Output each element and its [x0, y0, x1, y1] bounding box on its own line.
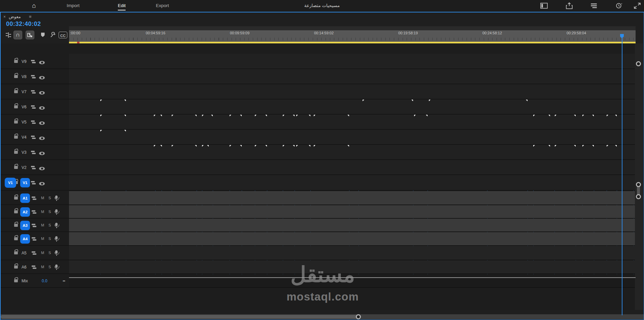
tab-import[interactable]: Import — [67, 0, 79, 11]
solo-button[interactable]: S — [48, 196, 51, 200]
sync-lock-icon[interactable] — [31, 135, 36, 139]
solo-button[interactable]: S — [48, 237, 51, 241]
sync-lock-icon[interactable] — [31, 90, 36, 94]
track-lane-v9[interactable] — [69, 54, 636, 69]
share-icon[interactable] — [566, 2, 573, 9]
mix-volume-band[interactable] — [69, 277, 636, 278]
track-lane-v5[interactable] — [69, 114, 636, 130]
mute-button[interactable]: M — [41, 196, 44, 200]
track-name-label[interactable]: V8 — [22, 74, 27, 79]
eye-icon[interactable] — [39, 181, 45, 185]
sync-lock-icon[interactable] — [32, 196, 37, 200]
eye-icon[interactable] — [39, 166, 45, 170]
track-name-label[interactable]: A5 — [22, 251, 27, 255]
track-lane-a2[interactable] — [69, 205, 636, 218]
scroll-knob[interactable] — [636, 194, 641, 199]
eye-icon[interactable] — [39, 120, 45, 125]
track-name-label[interactable]: V7 — [22, 90, 27, 94]
track-name-label[interactable]: V5 — [22, 120, 27, 125]
mic-icon[interactable] — [55, 195, 58, 199]
sync-lock-icon[interactable] — [31, 181, 36, 185]
horizontal-scroll-thumb[interactable] — [1, 315, 358, 319]
track-name-label[interactable]: V4 — [22, 135, 27, 140]
eye-icon[interactable] — [39, 135, 45, 140]
close-icon[interactable]: × — [3, 14, 6, 19]
eye-icon[interactable] — [39, 150, 45, 155]
sync-lock-icon[interactable] — [31, 120, 36, 124]
fullscreen-icon[interactable] — [634, 2, 641, 9]
source-patch-button[interactable]: V1 — [5, 178, 16, 188]
timeline-tab-label[interactable]: معوض — [9, 14, 21, 19]
sync-lock-icon[interactable] — [32, 251, 37, 255]
snap-button[interactable]: ∩ — [13, 31, 22, 39]
lock-icon[interactable] — [14, 103, 18, 108]
solo-button[interactable]: S — [48, 223, 51, 227]
lock-icon[interactable] — [14, 221, 18, 227]
track-target-button[interactable]: A3 — [20, 221, 30, 230]
lock-icon[interactable] — [14, 58, 18, 63]
sync-lock-icon[interactable] — [31, 166, 36, 170]
track-name-label[interactable]: V3 — [22, 150, 27, 155]
track-target-button[interactable]: V1 — [20, 178, 30, 187]
track-lane-v3[interactable] — [69, 145, 636, 160]
track-lane-a1[interactable] — [69, 191, 636, 205]
sync-lock-icon[interactable] — [31, 75, 36, 79]
mic-icon[interactable] — [55, 236, 58, 240]
track-lane-v7[interactable] — [69, 84, 636, 99]
captions-button[interactable]: CC — [59, 32, 67, 38]
lock-icon[interactable] — [14, 194, 18, 200]
nest-indicator-button[interactable] — [4, 31, 13, 39]
horizontal-scrollbar[interactable] — [1, 314, 644, 319]
mic-icon[interactable] — [55, 209, 58, 213]
timecode-display[interactable]: 00:32:40:02 — [6, 21, 41, 28]
sync-lock-icon[interactable] — [32, 210, 37, 214]
track-name-label[interactable]: V2 — [22, 165, 27, 170]
lock-icon[interactable] — [14, 249, 18, 254]
sync-lock-icon[interactable] — [31, 105, 36, 109]
track-name-label[interactable]: V6 — [22, 105, 27, 109]
solo-button[interactable]: S — [48, 210, 51, 214]
track-lane-v2[interactable] — [69, 160, 636, 175]
scroll-knob[interactable] — [636, 61, 641, 66]
linked-selection-button[interactable] — [26, 31, 34, 39]
eye-icon[interactable] — [39, 75, 45, 79]
track-lane-a4[interactable] — [69, 232, 636, 246]
home-button[interactable]: ⌂ — [29, 2, 39, 9]
panel-menu-icon[interactable]: ≡ — [29, 14, 31, 19]
mute-button[interactable]: M — [41, 223, 44, 227]
sync-lock-icon[interactable] — [32, 237, 37, 241]
sync-lock-icon[interactable] — [32, 223, 37, 227]
track-lane-v6[interactable] — [69, 99, 636, 114]
lock-icon[interactable] — [14, 133, 18, 139]
mute-button[interactable]: M — [41, 251, 44, 255]
lock-icon[interactable] — [14, 118, 18, 123]
mic-icon[interactable] — [55, 222, 58, 226]
mic-icon[interactable] — [55, 250, 58, 254]
lock-icon[interactable] — [14, 235, 18, 240]
scroll-knob[interactable] — [636, 182, 641, 187]
sync-lock-icon[interactable] — [31, 150, 36, 154]
mute-button[interactable]: M — [41, 210, 44, 214]
mute-button[interactable]: M — [41, 237, 44, 241]
zoom-handle-knob[interactable] — [356, 314, 361, 319]
sync-lock-icon[interactable] — [31, 60, 36, 64]
track-lane-v4[interactable] — [69, 130, 636, 145]
timeline-ruler[interactable]: :00:0000:04:59:1600:09:59:0900:14:59:020… — [69, 26, 636, 43]
track-lane-v8[interactable] — [69, 69, 636, 84]
playhead[interactable] — [622, 38, 622, 315]
eye-icon[interactable] — [39, 90, 45, 95]
workspace-icon[interactable] — [590, 2, 598, 9]
eye-icon[interactable] — [39, 105, 45, 110]
lock-icon[interactable] — [14, 88, 18, 93]
track-name-label[interactable]: V9 — [22, 59, 27, 64]
track-lane-a5[interactable] — [69, 246, 636, 260]
progress-sync-icon[interactable] — [615, 2, 623, 9]
track-lane-v1[interactable] — [69, 175, 636, 190]
track-target-button[interactable]: A4 — [20, 234, 30, 244]
lock-icon[interactable] — [14, 148, 18, 154]
track-target-button[interactable]: A1 — [20, 193, 30, 203]
solo-button[interactable]: S — [48, 251, 51, 255]
track-lane-a3[interactable] — [69, 219, 636, 232]
eye-icon[interactable] — [39, 60, 45, 64]
lock-icon[interactable] — [14, 164, 18, 169]
